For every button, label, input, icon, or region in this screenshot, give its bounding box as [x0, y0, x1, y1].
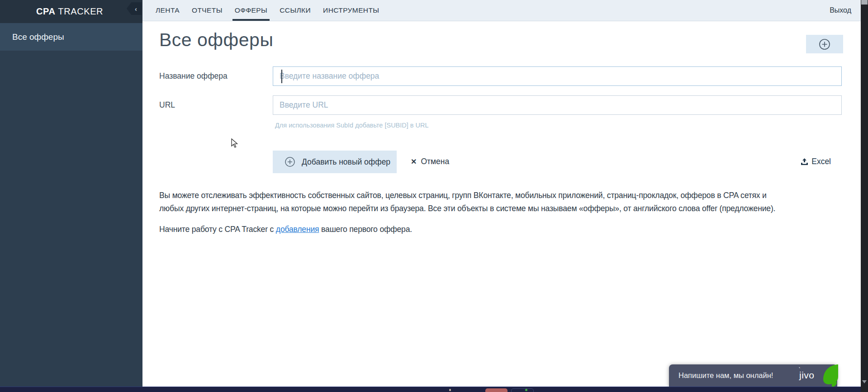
offer-url-input[interactable] — [273, 95, 842, 115]
app-window: CPA TRACKER ‹ Все офферы ЛЕНТА ОТЧЕТЫ ОФ… — [0, 0, 868, 392]
offer-name-label: Название оффера — [159, 71, 228, 81]
tab-reports[interactable]: ОТЧЕТЫ — [192, 0, 223, 21]
add-offer-link[interactable]: добавления — [276, 225, 319, 234]
chat-message: Напишите нам, мы онлайн! — [678, 371, 773, 380]
intro-line-1: Вы можете отслеживать эффективность собс… — [159, 189, 775, 202]
upload-icon — [801, 158, 808, 166]
excel-label: Excel — [811, 157, 831, 166]
plus-circle-icon — [819, 38, 830, 50]
intro-paragraph: Вы можете отслеживать эффективность собс… — [159, 189, 775, 215]
top-navigation: ЛЕНТА ОТЧЕТЫ ОФФЕРЫ ССЫЛКИ ИНСТРУМЕНТЫ В… — [142, 0, 861, 21]
taskbar-icon — [449, 389, 451, 391]
scroll-down-arrow-icon[interactable] — [862, 380, 867, 383]
start-paragraph: Начните работу с CPA Tracker с добавлени… — [159, 223, 412, 236]
app-logo-bold: CPA — [36, 6, 56, 16]
scrollbar-thumb[interactable] — [861, 0, 868, 5]
tab-links[interactable]: ССЫЛКИ — [280, 0, 311, 21]
sidebar-header: CPA TRACKER ‹ — [0, 0, 142, 23]
taskbar — [0, 387, 868, 392]
text-caret — [281, 70, 282, 83]
cancel-button[interactable]: ✕ Отмена — [411, 157, 449, 166]
add-new-offer-button[interactable]: Добавить новый оффер — [273, 151, 397, 173]
add-offer-toggle-button[interactable] — [806, 35, 843, 53]
subid-hint: Для использования SubId добавьте [SUBID]… — [275, 122, 429, 129]
taskbar-red-button[interactable] — [485, 388, 508, 392]
page-title: Все офферы — [159, 29, 273, 51]
logout-button[interactable]: Выход — [830, 0, 861, 21]
close-icon: ✕ — [411, 157, 417, 166]
vertical-scrollbar[interactable] — [861, 0, 868, 392]
sidebar-collapse-button[interactable]: ‹ — [127, 2, 142, 15]
sidebar-item-label: Все офферы — [12, 32, 64, 42]
chevron-left-icon: ‹ — [135, 5, 137, 12]
status-dot — [525, 389, 527, 391]
tab-tools[interactable]: ИНСТРУМЕНТЫ — [323, 0, 379, 21]
main-content: Все офферы Название оффера URL Для испол… — [142, 21, 861, 392]
url-label: URL — [159, 100, 175, 110]
sidebar-item-all-offers[interactable]: Все офферы — [0, 23, 142, 51]
tab-offers[interactable]: ОФФЕРЫ — [235, 0, 267, 21]
add-new-offer-label: Добавить новый оффер — [302, 157, 390, 167]
excel-export-button[interactable]: Excel — [801, 157, 831, 166]
tab-feed[interactable]: ЛЕНТА — [156, 0, 180, 21]
app-logo-rest: TRACKER — [56, 6, 104, 16]
offer-name-input[interactable] — [273, 66, 842, 86]
chat-widget[interactable]: Напишите нам, мы онлайн! jivo — [669, 364, 837, 387]
app-logo: CPA TRACKER — [36, 6, 103, 17]
intro-line-2: любых других интернет-страниц, на которы… — [159, 202, 775, 215]
cancel-label: Отмена — [421, 157, 449, 166]
jivo-logo: jivo — [799, 370, 815, 381]
sidebar: CPA TRACKER ‹ Все офферы — [0, 0, 142, 392]
taskbar-outline-button[interactable] — [511, 388, 534, 392]
plus-circle-icon — [285, 156, 295, 167]
start-suffix: вашего первого оффера. — [319, 225, 412, 234]
start-prefix: Начните работу с CPA Tracker с — [159, 225, 276, 234]
